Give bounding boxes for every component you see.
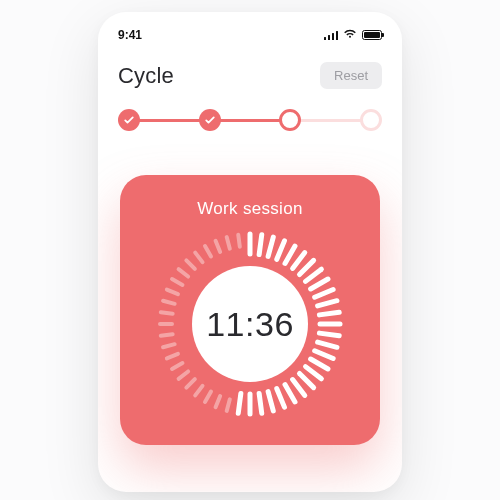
- svg-line-4: [285, 246, 295, 263]
- header: Cycle Reset: [118, 62, 382, 89]
- svg-line-31: [179, 371, 189, 378]
- svg-line-6: [299, 260, 313, 274]
- battery-icon: [362, 30, 382, 40]
- svg-line-41: [179, 269, 189, 276]
- svg-line-14: [318, 342, 337, 347]
- svg-line-44: [205, 246, 211, 256]
- svg-line-16: [311, 359, 328, 369]
- svg-line-20: [285, 385, 295, 402]
- session-card: Work session 11:36: [120, 175, 380, 445]
- svg-line-18: [299, 373, 313, 387]
- svg-line-30: [186, 379, 194, 387]
- svg-line-43: [195, 253, 202, 263]
- svg-line-13: [319, 333, 339, 336]
- svg-line-10: [318, 301, 337, 306]
- phone-frame: 9:41 Cycle Reset Work session: [98, 12, 402, 492]
- timer-face: 11:36: [192, 266, 308, 382]
- svg-line-28: [205, 392, 211, 402]
- svg-line-38: [163, 301, 175, 304]
- svg-line-37: [161, 312, 173, 314]
- reset-button[interactable]: Reset: [320, 62, 382, 89]
- status-bar: 9:41: [118, 26, 382, 44]
- svg-line-45: [216, 241, 221, 252]
- status-indicators: [324, 28, 383, 42]
- svg-line-35: [161, 334, 173, 336]
- cellular-signal-icon: [324, 30, 339, 40]
- svg-line-8: [311, 279, 328, 289]
- wifi-icon: [343, 28, 357, 42]
- svg-line-25: [238, 393, 241, 413]
- svg-line-22: [268, 392, 273, 411]
- svg-line-27: [216, 396, 221, 407]
- svg-line-46: [227, 237, 230, 249]
- page-title: Cycle: [118, 63, 174, 89]
- svg-line-32: [172, 363, 182, 369]
- svg-line-17: [306, 367, 322, 379]
- check-icon: [123, 114, 135, 126]
- svg-line-40: [172, 279, 182, 285]
- cycle-stepper: [118, 109, 382, 131]
- svg-line-26: [227, 399, 230, 411]
- svg-line-47: [238, 235, 240, 247]
- svg-line-1: [259, 235, 262, 255]
- stepper-node-2[interactable]: [199, 109, 221, 131]
- svg-line-15: [315, 351, 333, 359]
- status-time: 9:41: [118, 28, 142, 42]
- timer-dial[interactable]: 11:36: [157, 231, 343, 417]
- svg-line-9: [315, 290, 333, 298]
- check-icon: [204, 114, 216, 126]
- svg-line-29: [195, 386, 202, 396]
- stepper-node-4[interactable]: [360, 109, 382, 131]
- svg-line-33: [167, 354, 178, 359]
- stepper-node-3[interactable]: [279, 109, 301, 131]
- svg-line-3: [277, 241, 285, 259]
- stepper-segment: [210, 119, 291, 122]
- svg-line-23: [259, 393, 262, 413]
- svg-line-42: [186, 260, 194, 268]
- stepper-segment: [290, 119, 371, 122]
- timer-value: 11:36: [206, 305, 294, 344]
- session-label: Work session: [197, 199, 302, 219]
- stepper-node-1[interactable]: [118, 109, 140, 131]
- svg-line-19: [293, 380, 305, 396]
- svg-line-34: [163, 344, 175, 347]
- svg-line-21: [277, 389, 285, 407]
- stepper-segment: [129, 119, 210, 122]
- svg-line-7: [306, 269, 322, 281]
- svg-line-5: [293, 253, 305, 269]
- svg-line-2: [268, 237, 273, 256]
- svg-line-39: [167, 290, 178, 295]
- svg-line-11: [319, 312, 339, 315]
